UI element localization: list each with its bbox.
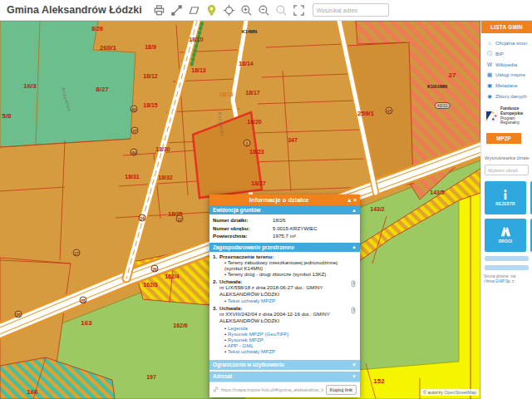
popup-minimize-icon[interactable]: ▴ <box>347 197 351 204</box>
parcel-info-popup: Informacje o działce ▴ × Ewidencja grunt… <box>209 195 360 397</box>
parcel-search-label: Wyszukiwarka działe <box>485 155 529 160</box>
zoning-item-body: Uchwała:nr XXVIII/242/04 z dnia 2004-12-… <box>219 305 357 354</box>
sidebar-link-label: Metadane <box>495 83 518 88</box>
sidebar-link-wikipedia[interactable]: WWikipedia <box>486 62 532 67</box>
copy-link-button[interactable]: Kopiuj link <box>326 385 357 395</box>
zoning-bullet: Tereny dróg - drogi zbiorcze (symbol 13K… <box>224 271 350 277</box>
zoning-list: 1.Przeznaczenie terenu:Tereny zabudowy m… <box>209 252 360 358</box>
eu-flag-icon: ★ ★ ★ <box>485 110 498 121</box>
popup-close-icon[interactable]: × <box>353 197 357 203</box>
sidebar-footer: Strona główna: mai firma GIAP Sp. z <box>484 274 530 284</box>
mpzp-button[interactable]: MPZP <box>486 133 521 144</box>
tile-label: DROGI <box>499 239 513 244</box>
zoning-link[interactable]: Tekst uchwały MPZP <box>228 298 275 303</box>
home-icon: ⌂ <box>486 40 493 46</box>
obreb-select-input[interactable] <box>485 165 529 175</box>
wikipedia-icon: W <box>486 62 493 67</box>
osm-link[interactable]: OpenStreetMap <box>444 390 476 395</box>
map-attribution: © autorzy OpenStreetMap <box>421 389 479 396</box>
sidebar-footer-line: i firma GIAP Sp. z <box>484 279 530 284</box>
popup-footer: https://mapa.inspire-hub.pl/#/gmina_alek… <box>209 382 360 397</box>
share-url: https://mapa.inspire-hub.pl/#/gmina_alek… <box>221 387 323 392</box>
right-sidebar: LISTA GMIN ⌂Oficjalna stronⓘBIPWWikipedi… <box>480 21 532 399</box>
tile-drogi[interactable]: DROGI <box>485 219 526 252</box>
collapsed-section-header[interactable]: Adresat▼ <box>209 372 360 382</box>
tile-label: REJESTR <box>495 202 515 207</box>
parcel-fields: Numer działki:18/26Numer obrębu:5.0015-K… <box>209 214 360 243</box>
field-label: Numer działki: <box>213 216 273 224</box>
fullscreen-icon[interactable] <box>290 2 308 18</box>
eu-funds-logo: ★ ★ ★ FunduszeEuropejskieProgram Regiona… <box>485 106 529 126</box>
zoning-link[interactable]: APP - GML <box>228 342 254 348</box>
print-icon[interactable] <box>150 2 168 18</box>
field-value: 1975,7 m² <box>273 232 296 240</box>
sidebar-link-label: Oficjalna stron <box>495 41 527 46</box>
attachment-icon[interactable] <box>350 306 357 315</box>
collapsed-panel-bar[interactable] <box>485 265 529 270</box>
zoning-link[interactable]: Rysunek MPZP (GeoTIFF) <box>228 331 288 337</box>
sidebar-link-label: Wikipedia <box>495 62 517 67</box>
zoning-item-title: Przeznaczenie terenu: <box>219 254 273 259</box>
collapsed-sections: Ograniczenia w użytkowaniu▼Adresat▼ <box>209 360 360 382</box>
lista-gmin-button[interactable]: LISTA GMIN <box>481 21 532 33</box>
zoning-item-number: 1. <box>213 254 219 277</box>
zoning-item-title: Uchwała: <box>219 305 242 311</box>
register-icon <box>500 189 511 200</box>
marker-icon[interactable] <box>203 2 220 18</box>
tile-rejestr[interactable]: REJESTR <box>485 181 526 214</box>
zoning-item-text: nr LIX/558/18 z dnia 2018-06-27 dot.: GM… <box>219 284 350 298</box>
field-value: 5.0015-KRZYWIEC <box>273 224 318 233</box>
sidebar-link-label: Usługi inspire <box>495 72 525 77</box>
field-label: Powierzchnia: <box>213 232 273 240</box>
sidebar-tiles: REJESTRDZIAŁKIDROGIPUNKTY ADRESOWE <box>485 181 532 252</box>
zoning-item: 1.Przeznaczenie terenu:Tereny zabudowy m… <box>213 254 357 277</box>
address-search-input[interactable] <box>313 3 389 17</box>
chain-link-icon <box>213 387 219 393</box>
sidebar-links: ⌂Oficjalna stronⓘBIPWWikipedia▦Usługi in… <box>481 33 532 100</box>
zoning-link[interactable]: Legenda <box>228 325 248 331</box>
zoom-out-icon[interactable] <box>255 2 273 18</box>
sidebar-link-label: BIP <box>495 52 504 57</box>
measure-line-icon[interactable] <box>168 2 185 18</box>
sidebar-link-metadane[interactable]: ▣Metadane <box>486 82 532 89</box>
measure-area-icon[interactable] <box>185 2 203 18</box>
app-title: Gmina Aleksandrów Łódzki <box>7 4 142 16</box>
roads-icon <box>500 226 511 238</box>
collapsed-panel-bar[interactable] <box>485 256 529 261</box>
chevron-down-icon: ▼ <box>352 362 357 367</box>
zoom-extent-icon[interactable] <box>273 2 290 18</box>
popup-title: Informacje o działce <box>213 196 345 204</box>
datasets-icon: ◉ <box>486 93 493 100</box>
zoning-link[interactable]: Tekst uchwały MPZP <box>228 348 275 354</box>
chevron-down-icon: ▼ <box>352 374 357 379</box>
zoning-bullet: Tereny zabudowy mieszkaniowej jednorodzi… <box>224 259 350 271</box>
zoning-link[interactable]: Rysunek MPZP <box>228 337 264 342</box>
sidebar-link-zbiory-danych[interactable]: ◉Zbiory danych <box>486 93 532 100</box>
popup-header: Informacje o działce ▴ × <box>209 195 360 205</box>
chevron-up-icon: ▲ <box>352 208 357 213</box>
section-zoning-header[interactable]: Zagospodarowanie przestrzenne▲ <box>209 243 360 252</box>
sidebar-link-oficjalna-stron[interactable]: ⌂Oficjalna stron <box>486 40 532 46</box>
parcel-field-row: Powierzchnia:1975,7 m² <box>213 232 357 240</box>
sidebar-link-bip[interactable]: ⓘBIP <box>486 50 532 57</box>
zoom-in-icon[interactable] <box>238 2 255 18</box>
zoning-item-body: Przeznaczenie terenu:Tereny zabudowy mie… <box>219 254 357 277</box>
metadata-icon: ▣ <box>486 82 493 89</box>
info-circle-icon: ⓘ <box>486 50 493 57</box>
attachment-icon[interactable] <box>350 279 357 288</box>
zoning-item-number: 3. <box>213 305 219 354</box>
parcel-field-row: Numer obrębu:5.0015-KRZYWIEC <box>213 224 357 233</box>
field-label: Numer obrębu: <box>213 224 273 233</box>
collapsed-section-header[interactable]: Ograniczenia w użytkowaniu▼ <box>209 360 360 370</box>
locate-icon[interactable] <box>220 2 238 18</box>
app-window: Gmina Aleksandrów Łódzki <box>0 0 532 399</box>
sidebar-link-us-ugi-inspire[interactable]: ▦Usługi inspire <box>486 71 532 78</box>
zoning-item-text: nr XXVIII/242/04 z dnia 2004-12-16 dot.:… <box>219 311 350 324</box>
zoning-item: 2.Uchwała:nr LIX/558/18 z dnia 2018-06-2… <box>213 278 357 304</box>
parcel-search-area: Wyszukiwarka działe <box>485 155 529 176</box>
section-ewidencja-header[interactable]: Ewidencja gruntów▲ <box>209 205 360 214</box>
top-toolbar: Gmina Aleksandrów Łódzki <box>0 0 532 21</box>
zoning-item-body: Uchwała:nr LIX/558/18 z dnia 2018-06-27 … <box>219 278 357 304</box>
parcel-field-row: Numer działki:18/26 <box>213 216 357 224</box>
building-icon: ▦ <box>486 71 493 78</box>
